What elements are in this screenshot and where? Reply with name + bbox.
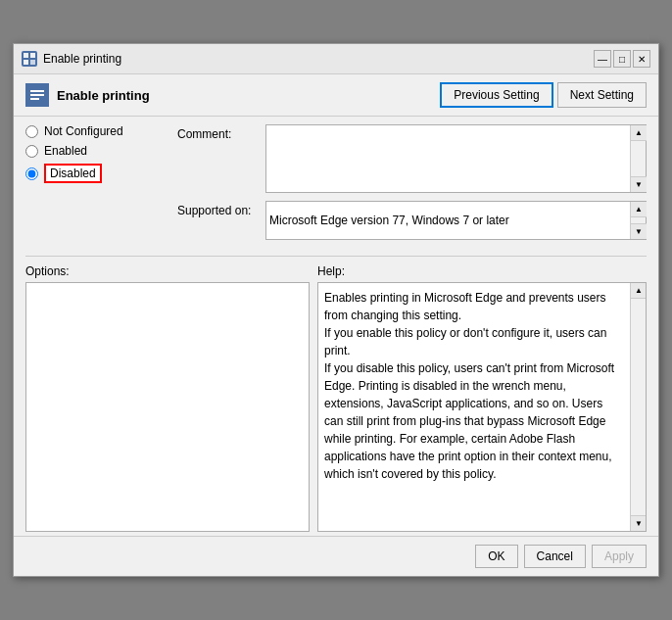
help-text-content: Enables printing in Microsoft Edge and p… bbox=[324, 289, 640, 483]
help-header: Help: bbox=[317, 264, 647, 278]
maximize-button[interactable]: □ bbox=[613, 50, 631, 68]
supported-scrollbar: ▲ ▼ bbox=[630, 202, 646, 239]
svg-rect-0 bbox=[24, 53, 28, 58]
help-container: Enables printing in Microsoft Edge and p… bbox=[317, 282, 647, 532]
supported-container: Microsoft Edge version 77, Windows 7 or … bbox=[265, 201, 647, 240]
comment-textarea[interactable] bbox=[266, 125, 630, 189]
header-left: Enable printing bbox=[25, 83, 150, 107]
disabled-option[interactable]: Disabled bbox=[25, 164, 169, 183]
ok-button[interactable]: OK bbox=[475, 545, 517, 568]
comment-scroll-up[interactable]: ▲ bbox=[631, 125, 647, 141]
left-panel: Not Configured Enabled Disabled bbox=[25, 124, 177, 248]
radio-group: Not Configured Enabled Disabled bbox=[25, 124, 169, 183]
header-buttons: Previous Setting Next Setting bbox=[440, 82, 647, 108]
header-title: Enable printing bbox=[57, 88, 150, 103]
supported-wrapper: Microsoft Edge version 77, Windows 7 or … bbox=[265, 201, 647, 240]
svg-rect-5 bbox=[30, 94, 44, 96]
enabled-label: Enabled bbox=[44, 144, 87, 158]
comment-scrollbar: ▲ ▼ bbox=[630, 125, 646, 192]
minimize-button[interactable]: — bbox=[594, 50, 611, 68]
prev-setting-button[interactable]: Previous Setting bbox=[440, 82, 552, 108]
supported-scroll-up[interactable]: ▲ bbox=[631, 202, 647, 217]
options-header: Options: bbox=[25, 264, 310, 278]
section-divider bbox=[25, 256, 647, 257]
column-headers: Options: Help: bbox=[25, 264, 647, 282]
close-button[interactable]: ✕ bbox=[633, 50, 650, 68]
help-text-3: If you disable this policy, users can't … bbox=[324, 359, 622, 483]
svg-rect-6 bbox=[30, 98, 39, 100]
cancel-button[interactable]: Cancel bbox=[524, 545, 586, 568]
enabled-option[interactable]: Enabled bbox=[25, 144, 169, 158]
main-window: Enable printing — □ ✕ Enable printing Pr… bbox=[13, 43, 659, 577]
options-box bbox=[25, 282, 310, 532]
comment-textarea-wrapper: ▲ ▼ bbox=[265, 124, 647, 193]
window-title: Enable printing bbox=[43, 52, 121, 66]
footer: OK Cancel Apply bbox=[14, 536, 658, 576]
bottom-panels: Enables printing in Microsoft Edge and p… bbox=[25, 282, 647, 532]
supported-value: Microsoft Edge version 77, Windows 7 or … bbox=[266, 202, 630, 239]
help-label: Help: bbox=[317, 264, 345, 278]
disabled-radio[interactable] bbox=[25, 167, 38, 180]
disabled-label: Disabled bbox=[44, 164, 102, 183]
help-box: Enables printing in Microsoft Edge and p… bbox=[317, 282, 647, 532]
svg-rect-4 bbox=[30, 90, 44, 92]
help-scrollbar: ▲ ▼ bbox=[630, 283, 646, 531]
svg-rect-1 bbox=[30, 53, 35, 58]
comment-field-row: Comment: ▲ ▼ bbox=[177, 124, 647, 193]
help-text-2: If you enable this policy or don't confi… bbox=[324, 324, 622, 359]
apply-button[interactable]: Apply bbox=[592, 545, 647, 568]
title-controls: — □ ✕ bbox=[594, 50, 650, 68]
not-configured-radio[interactable] bbox=[25, 125, 38, 138]
help-scroll-up[interactable]: ▲ bbox=[631, 283, 647, 299]
title-bar-left: Enable printing bbox=[22, 51, 121, 67]
help-scroll-down[interactable]: ▼ bbox=[631, 515, 647, 531]
comment-label: Comment: bbox=[177, 124, 265, 141]
help-text-1: Enables printing in Microsoft Edge and p… bbox=[324, 289, 622, 324]
window-icon bbox=[22, 51, 37, 67]
title-bar: Enable printing — □ ✕ bbox=[14, 44, 658, 74]
header-icon bbox=[25, 83, 49, 107]
right-panel: Comment: ▲ ▼ Supported on: bbox=[177, 124, 647, 248]
svg-rect-2 bbox=[24, 60, 28, 65]
options-label: Options: bbox=[25, 264, 70, 278]
not-configured-label: Not Configured bbox=[44, 124, 123, 138]
supported-field-row: Supported on: Microsoft Edge version 77,… bbox=[177, 201, 647, 240]
not-configured-option[interactable]: Not Configured bbox=[25, 124, 169, 138]
comment-scroll-down[interactable]: ▼ bbox=[631, 176, 647, 192]
next-setting-button[interactable]: Next Setting bbox=[557, 82, 647, 108]
header-row: Enable printing Previous Setting Next Se… bbox=[14, 74, 658, 117]
svg-rect-3 bbox=[30, 60, 35, 65]
main-content: Not Configured Enabled Disabled Comm bbox=[14, 117, 658, 536]
supported-scroll-down[interactable]: ▼ bbox=[631, 223, 647, 239]
enabled-radio[interactable] bbox=[25, 145, 38, 158]
comment-container: ▲ ▼ bbox=[265, 124, 647, 193]
supported-label: Supported on: bbox=[177, 201, 265, 217]
